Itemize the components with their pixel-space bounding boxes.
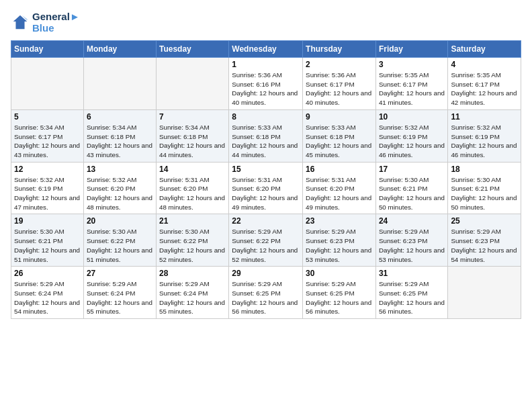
calendar-day-cell: 31Sunrise: 5:29 AMSunset: 6:25 PMDayligh… — [375, 267, 447, 319]
calendar-table: SundayMondayTuesdayWednesdayThursdayFrid… — [11, 40, 521, 319]
day-info: Sunrise: 5:32 AMSunset: 6:19 PMDaylight:… — [451, 123, 518, 160]
calendar-day-cell: 27Sunrise: 5:29 AMSunset: 6:24 PMDayligh… — [83, 267, 156, 319]
calendar-day-cell: 7Sunrise: 5:34 AMSunset: 6:18 PMDaylight… — [156, 109, 228, 162]
calendar-day-cell: 14Sunrise: 5:31 AMSunset: 6:20 PMDayligh… — [156, 162, 228, 214]
calendar-day-cell: 29Sunrise: 5:29 AMSunset: 6:25 PMDayligh… — [229, 267, 303, 319]
day-number: 10 — [379, 112, 445, 122]
day-info: Sunrise: 5:30 AMSunset: 6:21 PMDaylight:… — [379, 175, 445, 212]
day-number: 16 — [306, 165, 373, 174]
day-number: 28 — [159, 269, 226, 278]
calendar-week-row: 5Sunrise: 5:34 AMSunset: 6:17 PMDaylight… — [11, 109, 521, 162]
day-info: Sunrise: 5:33 AMSunset: 6:18 PMDaylight:… — [232, 123, 300, 160]
day-of-week-header: Friday — [375, 41, 447, 58]
day-info: Sunrise: 5:34 AMSunset: 6:18 PMDaylight:… — [159, 123, 226, 160]
day-number: 8 — [232, 112, 300, 122]
day-info: Sunrise: 5:30 AMSunset: 6:22 PMDaylight:… — [87, 227, 153, 264]
day-info: Sunrise: 5:32 AMSunset: 6:20 PMDaylight:… — [87, 175, 153, 212]
day-info: Sunrise: 5:29 AMSunset: 6:23 PMDaylight:… — [451, 227, 518, 264]
calendar-day-cell: 24Sunrise: 5:29 AMSunset: 6:23 PMDayligh… — [375, 214, 447, 267]
svg-marker-0 — [13, 15, 28, 30]
day-info: Sunrise: 5:34 AMSunset: 6:17 PMDaylight:… — [14, 123, 81, 160]
day-number: 6 — [87, 112, 153, 122]
day-info: Sunrise: 5:29 AMSunset: 6:22 PMDaylight:… — [232, 227, 300, 264]
calendar-week-row: 1Sunrise: 5:36 AMSunset: 6:16 PMDaylight… — [11, 58, 521, 110]
calendar-day-cell — [83, 58, 156, 110]
day-number: 31 — [379, 269, 445, 278]
calendar-day-cell — [448, 267, 521, 319]
day-number: 23 — [306, 216, 373, 226]
calendar-day-cell: 5Sunrise: 5:34 AMSunset: 6:17 PMDaylight… — [11, 109, 84, 162]
calendar-day-cell: 16Sunrise: 5:31 AMSunset: 6:20 PMDayligh… — [303, 162, 376, 214]
day-info: Sunrise: 5:29 AMSunset: 6:24 PMDaylight:… — [14, 279, 81, 316]
day-of-week-header: Monday — [83, 41, 156, 58]
day-info: Sunrise: 5:32 AMSunset: 6:19 PMDaylight:… — [14, 175, 81, 212]
calendar-day-cell: 25Sunrise: 5:29 AMSunset: 6:23 PMDayligh… — [448, 214, 521, 267]
calendar-day-cell: 2Sunrise: 5:36 AMSunset: 6:17 PMDaylight… — [303, 58, 376, 110]
day-info: Sunrise: 5:30 AMSunset: 6:22 PMDaylight:… — [159, 227, 226, 264]
calendar-day-cell — [11, 58, 84, 110]
day-number: 30 — [306, 269, 373, 278]
calendar-week-row: 26Sunrise: 5:29 AMSunset: 6:24 PMDayligh… — [11, 267, 521, 319]
calendar-day-cell: 22Sunrise: 5:29 AMSunset: 6:22 PMDayligh… — [229, 214, 303, 267]
calendar-day-cell: 10Sunrise: 5:32 AMSunset: 6:19 PMDayligh… — [375, 109, 447, 162]
calendar-day-cell: 23Sunrise: 5:29 AMSunset: 6:23 PMDayligh… — [303, 214, 376, 267]
calendar-day-cell: 15Sunrise: 5:31 AMSunset: 6:20 PMDayligh… — [229, 162, 303, 214]
day-number: 20 — [87, 216, 153, 226]
day-number: 18 — [451, 165, 518, 174]
calendar-day-cell — [156, 58, 228, 110]
day-number: 1 — [232, 60, 300, 69]
calendar-day-cell: 9Sunrise: 5:33 AMSunset: 6:18 PMDaylight… — [303, 109, 376, 162]
day-number: 9 — [306, 112, 373, 122]
day-info: Sunrise: 5:29 AMSunset: 6:25 PMDaylight:… — [379, 279, 445, 316]
day-info: Sunrise: 5:30 AMSunset: 6:21 PMDaylight:… — [451, 175, 518, 212]
calendar-week-row: 19Sunrise: 5:30 AMSunset: 6:21 PMDayligh… — [11, 214, 521, 267]
day-info: Sunrise: 5:29 AMSunset: 6:23 PMDaylight:… — [379, 227, 445, 264]
day-number: 2 — [306, 60, 373, 69]
day-info: Sunrise: 5:30 AMSunset: 6:21 PMDaylight:… — [14, 227, 81, 264]
calendar-day-cell: 19Sunrise: 5:30 AMSunset: 6:21 PMDayligh… — [11, 214, 84, 267]
day-of-week-header: Wednesday — [229, 41, 303, 58]
day-number: 22 — [232, 216, 300, 226]
day-info: Sunrise: 5:35 AMSunset: 6:17 PMDaylight:… — [451, 71, 518, 107]
day-info: Sunrise: 5:32 AMSunset: 6:19 PMDaylight:… — [379, 123, 445, 160]
day-info: Sunrise: 5:33 AMSunset: 6:18 PMDaylight:… — [306, 123, 373, 160]
calendar-day-cell: 3Sunrise: 5:35 AMSunset: 6:17 PMDaylight… — [375, 58, 447, 110]
logo: General► Blue — [11, 11, 80, 34]
day-number: 15 — [232, 165, 300, 174]
calendar-week-row: 12Sunrise: 5:32 AMSunset: 6:19 PMDayligh… — [11, 162, 521, 214]
day-number: 24 — [379, 216, 445, 226]
day-of-week-header: Thursday — [303, 41, 376, 58]
day-info: Sunrise: 5:36 AMSunset: 6:17 PMDaylight:… — [306, 71, 373, 107]
day-info: Sunrise: 5:29 AMSunset: 6:25 PMDaylight:… — [232, 279, 300, 316]
day-number: 13 — [87, 165, 153, 174]
day-of-week-header: Sunday — [11, 41, 84, 58]
day-number: 5 — [14, 112, 81, 122]
calendar-day-cell: 4Sunrise: 5:35 AMSunset: 6:17 PMDaylight… — [448, 58, 521, 110]
logo-text: General► Blue — [32, 11, 80, 34]
calendar-day-cell: 13Sunrise: 5:32 AMSunset: 6:20 PMDayligh… — [83, 162, 156, 214]
calendar-day-cell: 28Sunrise: 5:29 AMSunset: 6:24 PMDayligh… — [156, 267, 228, 319]
calendar-day-cell: 18Sunrise: 5:30 AMSunset: 6:21 PMDayligh… — [448, 162, 521, 214]
calendar-day-cell: 20Sunrise: 5:30 AMSunset: 6:22 PMDayligh… — [83, 214, 156, 267]
day-number: 21 — [159, 216, 226, 226]
calendar-day-cell: 6Sunrise: 5:34 AMSunset: 6:18 PMDaylight… — [83, 109, 156, 162]
day-number: 7 — [159, 112, 226, 122]
day-info: Sunrise: 5:29 AMSunset: 6:25 PMDaylight:… — [306, 279, 373, 316]
day-number: 14 — [159, 165, 226, 174]
calendar-day-cell: 8Sunrise: 5:33 AMSunset: 6:18 PMDaylight… — [229, 109, 303, 162]
calendar-day-cell: 11Sunrise: 5:32 AMSunset: 6:19 PMDayligh… — [448, 109, 521, 162]
day-number: 19 — [14, 216, 81, 226]
day-info: Sunrise: 5:35 AMSunset: 6:17 PMDaylight:… — [379, 71, 445, 107]
calendar-day-cell: 17Sunrise: 5:30 AMSunset: 6:21 PMDayligh… — [375, 162, 447, 214]
day-number: 4 — [451, 60, 518, 69]
day-info: Sunrise: 5:31 AMSunset: 6:20 PMDaylight:… — [232, 175, 300, 212]
calendar-day-cell: 12Sunrise: 5:32 AMSunset: 6:19 PMDayligh… — [11, 162, 84, 214]
day-number: 26 — [14, 269, 81, 278]
day-of-week-header: Saturday — [448, 41, 521, 58]
day-info: Sunrise: 5:31 AMSunset: 6:20 PMDaylight:… — [306, 175, 373, 212]
day-number: 12 — [14, 165, 81, 174]
day-number: 17 — [379, 165, 445, 174]
day-number: 3 — [379, 60, 445, 69]
day-info: Sunrise: 5:29 AMSunset: 6:23 PMDaylight:… — [306, 227, 373, 264]
day-number: 25 — [451, 216, 518, 226]
